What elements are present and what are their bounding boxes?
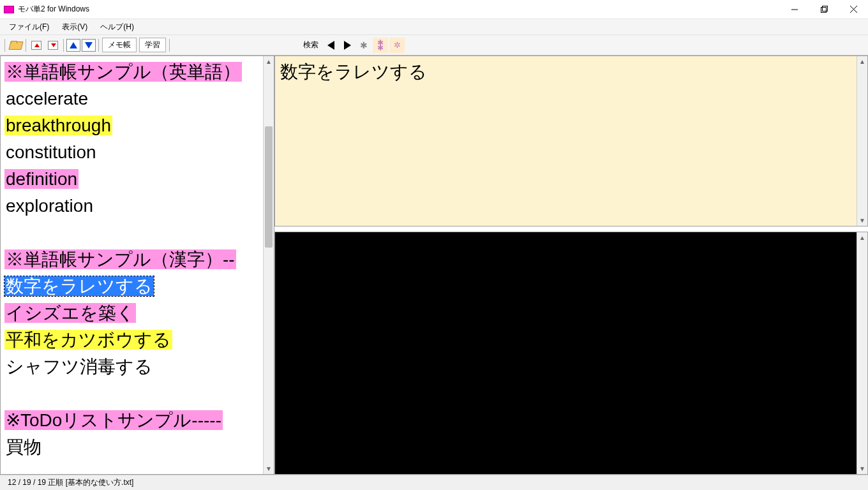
detail-top-scrollbar[interactable]: ▲ ▼ <box>857 56 867 226</box>
menu-bar: ファイル(F) 表示(V) ヘルプ(H) <box>0 19 868 35</box>
maximize-icon <box>821 6 828 13</box>
marker-down-icon <box>48 41 58 50</box>
scroll-up-icon[interactable]: ▲ <box>264 56 274 67</box>
mark-c-button[interactable]: ✲ <box>389 38 405 53</box>
detail-area: 数字をラレツする ▲ ▼ ▲ ▼ <box>274 56 868 475</box>
close-icon <box>850 6 857 13</box>
toolbar: メモ帳 学習 検索 ✱ ✱✱ ✲ <box>0 35 868 56</box>
list-item-text: イシズエを築く <box>4 303 136 323</box>
list-item[interactable]: イシズエを築く <box>4 300 262 327</box>
burst-dot-icon: ✲ <box>394 40 401 50</box>
triangle-up-icon <box>70 42 77 48</box>
open-button[interactable] <box>8 38 23 53</box>
list-item[interactable]: ※ToDoリストサンプル----- <box>4 407 262 434</box>
detail-bottom-pane: ▲ ▼ <box>274 232 868 475</box>
list-item[interactable]: ※単語帳サンプル（英単語） <box>4 59 262 85</box>
toolbar-separator <box>4 39 5 52</box>
list-item-text: accelerate <box>4 89 89 108</box>
list-item <box>4 219 262 246</box>
list-item-text: ※単語帳サンプル（英単語） <box>4 62 242 82</box>
list-item[interactable]: constitution <box>4 139 262 166</box>
mark-a-button[interactable]: ✱ <box>356 38 371 53</box>
burst-double-icon: ✱✱ <box>377 40 384 50</box>
maximize-button[interactable] <box>809 0 839 19</box>
list-item-text: シャフツ消毒する <box>4 357 154 376</box>
detail-top-pane: 数字をラレツする ▲ ▼ <box>274 56 868 226</box>
list-item-text: ※ToDoリストサンプル----- <box>4 410 223 430</box>
nav-up-button[interactable] <box>66 39 80 52</box>
triangle-right-icon <box>344 41 351 50</box>
list-item[interactable]: exploration <box>4 193 262 219</box>
menu-file[interactable]: ファイル(F) <box>3 20 56 34</box>
list-item[interactable]: definition <box>4 166 262 193</box>
marker-up-icon <box>31 41 41 50</box>
list-item-text: definition <box>4 169 79 189</box>
menu-view[interactable]: 表示(V) <box>56 20 94 34</box>
toolbar-separator <box>169 39 170 52</box>
toolbar-separator <box>63 39 64 52</box>
list-item-text: 買物 <box>4 437 43 457</box>
status-text: 12 / 19 / 19 正順 [基本的な使い方.txt] <box>8 477 133 488</box>
toolbar-separator <box>26 39 26 52</box>
burst-icon: ✱ <box>360 40 368 50</box>
detail-text[interactable]: 数字をラレツする <box>275 56 857 226</box>
study-button[interactable]: 学習 <box>139 38 166 52</box>
word-list-pane: ※単語帳サンプル（英単語）acceleratebreakthroughconst… <box>0 56 274 475</box>
mark-b-button[interactable]: ✱✱ <box>373 38 388 53</box>
window-title: モバ単2 for Windows <box>18 4 89 15</box>
list-item[interactable]: 数字をラレツする <box>4 273 262 300</box>
detail-bottom-scrollbar[interactable]: ▲ ▼ <box>857 232 867 474</box>
status-bar: 12 / 19 / 19 正順 [基本的な使い方.txt] <box>0 475 868 490</box>
word-list[interactable]: ※単語帳サンプル（英単語）acceleratebreakthroughconst… <box>1 56 262 474</box>
list-item[interactable]: breakthrough <box>4 112 262 139</box>
list-item[interactable]: accelerate <box>4 85 262 112</box>
scroll-up-icon[interactable]: ▲ <box>857 232 867 243</box>
minimize-button[interactable] <box>780 0 809 19</box>
next-button[interactable] <box>340 38 355 53</box>
scroll-down-icon[interactable]: ▼ <box>264 463 274 474</box>
list-item-text: 数字をラレツする <box>4 276 154 296</box>
nav-down-button[interactable] <box>82 39 96 52</box>
marker-down-button[interactable] <box>45 38 61 53</box>
list-item-text: ※単語帳サンプル（漢字）-- <box>4 249 236 269</box>
triangle-down-icon <box>85 42 93 48</box>
svg-rect-2 <box>822 6 827 11</box>
folder-open-icon <box>10 41 21 50</box>
list-item-text: 平和をカツボウする <box>4 330 172 350</box>
list-item-text: breakthrough <box>4 115 112 135</box>
close-button[interactable] <box>839 0 868 19</box>
scroll-thumb[interactable] <box>265 126 273 248</box>
list-item[interactable]: ※単語帳サンプル（漢字）-- <box>4 246 262 273</box>
title-bar: モバ単2 for Windows <box>0 0 868 19</box>
search-label[interactable]: 検索 <box>299 40 322 50</box>
main-area: ※単語帳サンプル（英単語）acceleratebreakthroughconst… <box>0 56 868 475</box>
triangle-left-icon <box>327 41 334 50</box>
app-icon <box>4 6 14 13</box>
list-item[interactable]: 買物 <box>4 434 262 461</box>
list-item[interactable]: 平和をカツボウする <box>4 327 262 353</box>
scroll-down-icon[interactable]: ▼ <box>857 463 867 474</box>
marker-up-button[interactable] <box>29 38 44 53</box>
memo-button[interactable]: メモ帳 <box>102 38 137 52</box>
minimize-icon <box>791 6 798 13</box>
toolbar-separator <box>98 39 99 52</box>
menu-help[interactable]: ヘルプ(H) <box>94 20 140 34</box>
list-item-text: constitution <box>4 142 98 162</box>
word-list-scrollbar[interactable]: ▲ ▼ <box>263 56 274 474</box>
svg-rect-1 <box>821 8 826 13</box>
list-item <box>4 380 262 407</box>
scroll-up-icon[interactable]: ▲ <box>857 56 867 67</box>
list-item[interactable]: シャフツ消毒する <box>4 353 262 380</box>
list-item-text: exploration <box>4 196 94 216</box>
scroll-down-icon[interactable]: ▼ <box>857 215 867 226</box>
prev-button[interactable] <box>323 38 338 53</box>
